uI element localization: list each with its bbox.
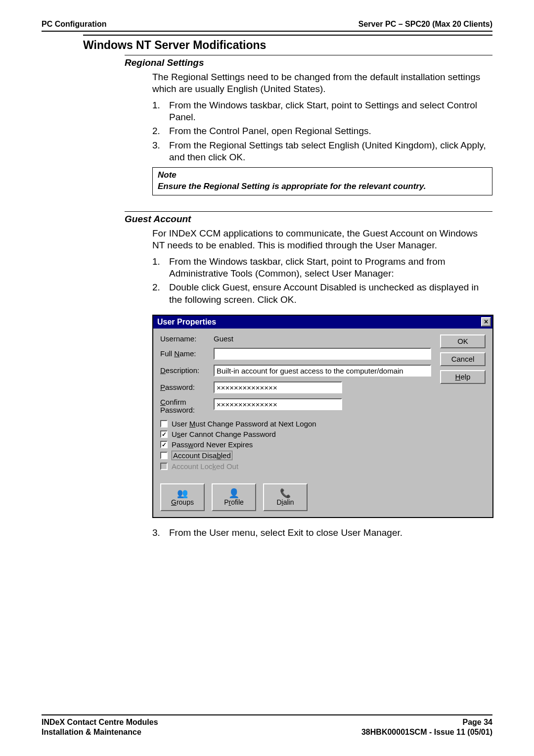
checkbox-label: User Must Change Password at Next Logon: [172, 420, 316, 428]
page: PC Configuration Server PC – SPC20 (Max …: [0, 0, 534, 539]
footer-left: INDeX Contact Centre Modules Installatio…: [42, 717, 158, 737]
header-rule: [42, 31, 492, 32]
text-underline: w: [188, 440, 193, 449]
text-underline: M: [189, 420, 196, 428]
text-bold: Regional Settings: [295, 126, 369, 136]
value-username: Guest: [214, 334, 233, 343]
close-button[interactable]: ×: [481, 317, 491, 327]
header-right: Server PC – SPC20 (Max 20 Clients): [358, 20, 492, 29]
step-text: Double click Guest, ensure Account Disab…: [169, 282, 492, 306]
checkbox-icon: [160, 420, 168, 427]
text-bold: English (United Kingdom): [328, 140, 435, 150]
dialog-title-text: User Properties: [157, 318, 216, 327]
row-password: Password: ××××××××××××××: [160, 381, 437, 393]
text-part: , select: [255, 527, 287, 538]
button-label: Profile: [224, 498, 244, 506]
guest-steps-cont: 3. From the User menu, select Exit to cl…: [152, 527, 492, 539]
regional-step-2: 2. From the Control Panel, open Regional…: [152, 125, 492, 137]
row-fullname: Full Name:: [160, 348, 437, 360]
dialog-side-buttons: OK Cancel Help: [440, 334, 486, 384]
cancel-button[interactable]: Cancel: [440, 352, 486, 366]
text-part: alin: [283, 498, 294, 506]
profile-icon: 👤: [228, 488, 239, 498]
text-bold: Account Disabled: [283, 282, 356, 292]
text-underline: P: [160, 383, 165, 391]
checkbox-icon: [160, 430, 168, 438]
cb-never-expires[interactable]: Password Never Expires: [160, 440, 437, 449]
text-underline: H: [455, 373, 461, 381]
password-input[interactable]: ××××××××××××××: [214, 381, 342, 393]
text-part: From the: [169, 527, 209, 538]
label-username: Username:: [160, 334, 214, 343]
section-rule-top: [83, 35, 492, 36]
row-description: Description: Built-in account for guest …: [160, 365, 437, 377]
cb-must-change[interactable]: User Must Change Password at Next Logon: [160, 420, 437, 428]
text-part: .: [368, 126, 371, 136]
text-underline: b: [217, 451, 221, 460]
cb-account-disabled[interactable]: Account Disabled: [160, 451, 437, 460]
dialog-body: OK Cancel Help Username: Guest Full Name…: [153, 329, 492, 517]
text-part: assword:: [165, 383, 195, 391]
text-part: Pass: [172, 440, 188, 449]
checkbox-icon: [160, 463, 168, 470]
label-confirm: Confirm Password:: [160, 398, 214, 415]
step-number: 1.: [152, 99, 169, 124]
dialog-bottom-buttons: 👥 Groups 👤 Profile 📞 Dialin: [160, 483, 437, 511]
text-part: D: [276, 498, 281, 506]
text-part: From the Windows taskbar, click Start, p…: [169, 256, 445, 279]
fullname-input[interactable]: [214, 348, 431, 360]
header-left: PC Configuration: [42, 20, 107, 29]
text-italic: Apply: [460, 140, 483, 150]
label-description: Description:: [160, 366, 214, 375]
text-bold: User Manager: [332, 268, 391, 279]
text-italic: OK: [229, 152, 242, 162]
text-part: escription:: [166, 366, 199, 375]
dialog-titlebar[interactable]: User Properties ×: [153, 316, 492, 329]
row-confirm: Confirm Password: ××××××××××××××: [160, 398, 437, 415]
regional-note: Note Ensure the Regional Setting is appr…: [152, 167, 492, 195]
text-part: to close User Manager.: [303, 527, 402, 538]
text-part: Full: [160, 349, 174, 358]
dialog-frame: User Properties × OK Cancel Help Usernam…: [152, 315, 493, 518]
text-bold: Guest: [222, 282, 248, 292]
step-text: From the Control Panel, open Regional Se…: [169, 125, 492, 137]
help-button[interactable]: Help: [440, 370, 486, 384]
step-number: 3.: [152, 140, 169, 164]
button-label: Groups: [171, 498, 194, 506]
text-part: led: [221, 451, 231, 460]
section-title: Windows NT Server Modifications: [83, 39, 492, 52]
close-icon: ×: [484, 318, 488, 326]
cb-locked-out: Account Locked Out: [160, 462, 437, 471]
note-title: Note: [158, 170, 487, 181]
text-part: .: [243, 152, 245, 162]
text-bold: Regional Settings: [209, 140, 283, 150]
text-underline: k: [213, 462, 217, 471]
text-part: Double click: [169, 282, 222, 292]
text-part: From the Control Panel, open: [169, 126, 295, 136]
checkbox-label: Account Locked Out: [172, 462, 238, 471]
footer-left-1: INDeX Contact Centre Modules: [42, 717, 158, 727]
profile-button[interactable]: 👤 Profile: [212, 483, 256, 511]
guest-rule: [125, 211, 492, 212]
description-input[interactable]: Built-in account for guest access to the…: [214, 365, 431, 377]
label-fullname: Full Name:: [160, 349, 214, 358]
step-text: From the User menu, select Exit to close…: [169, 527, 492, 539]
groups-button[interactable]: 👥 Groups: [160, 483, 205, 511]
text-part: .: [294, 294, 296, 305]
regional-intro: The Regional Settings need to be changed…: [152, 71, 492, 95]
text-part: From the: [169, 140, 209, 150]
text-part: ofile: [231, 498, 244, 506]
text-underline: D: [160, 366, 166, 375]
regional-steps: 1. From the Windows taskbar, click Start…: [152, 99, 492, 164]
guest-steps: 1. From the Windows taskbar, click Start…: [152, 256, 492, 306]
confirm-password-input[interactable]: ××××××××××××××: [214, 398, 342, 410]
text-part: Account Disa: [173, 451, 217, 460]
footer-right-1: Page 34: [361, 717, 492, 727]
text-part: onfirm Password:: [160, 398, 195, 415]
text-part: elp: [460, 373, 470, 381]
ok-button[interactable]: OK: [440, 334, 486, 348]
cb-cannot-change[interactable]: User Cannot Change Password: [160, 430, 437, 438]
text-part: U: [172, 430, 177, 438]
dialin-button[interactable]: 📞 Dialin: [263, 483, 308, 511]
dialog-form: Username: Guest Full Name: Description:: [160, 334, 437, 511]
